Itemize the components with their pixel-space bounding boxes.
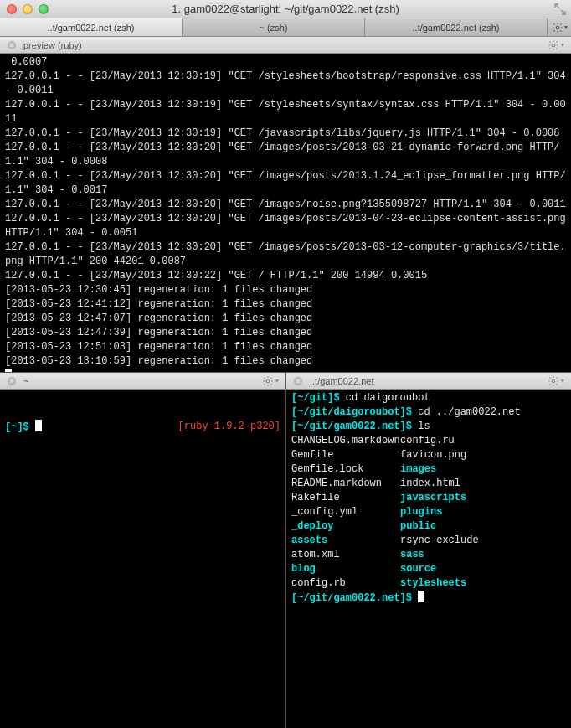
tab-bar: ..t/gam0022.net (zsh) ~ (zsh) ..t/gam002… [0, 18, 571, 37]
tab-2[interactable]: ..t/gam0022.net (zsh) [365, 18, 548, 36]
tab-label: ~ (zsh) [260, 23, 288, 33]
window-titlebar: 1. gam0022@starlight: ~/git/gam0022.net … [0, 0, 571, 18]
pane-header-left: ~ ▾ [0, 373, 286, 390]
close-pane-icon[interactable] [293, 376, 303, 386]
tab-label: ..t/gam0022.net (zsh) [413, 23, 500, 33]
chevron-down-icon: ▾ [564, 23, 568, 31]
chevron-down-icon: ▾ [275, 377, 279, 385]
gear-icon [548, 39, 559, 51]
pane-title: ~ [23, 376, 28, 386]
tab-0[interactable]: ..t/gam0022.net (zsh) [0, 18, 183, 36]
server-log-terminal[interactable]: 0.0007 127.0.0.1 - - [23/May/2013 12:30:… [0, 54, 571, 372]
close-icon[interactable] [7, 4, 17, 14]
close-pane-icon[interactable] [7, 376, 17, 386]
right-pane: ..t/gam0022.net ▾ [~/git]$ cd daigoroubo… [286, 373, 571, 728]
pane-gear-button[interactable]: ▾ [548, 39, 564, 51]
close-pane-icon[interactable] [7, 40, 17, 50]
right-terminal[interactable]: [~/git]$ cd daigoroubot[~/git/daigoroubo… [286, 390, 571, 728]
gear-icon [262, 375, 274, 387]
pane-header-right: ..t/gam0022.net ▾ [286, 373, 571, 390]
pane-gear-button[interactable]: ▾ [548, 375, 564, 387]
left-terminal[interactable]: [~]$ [ruby-1.9.2-p320] [0, 390, 286, 728]
chevron-down-icon: ▾ [561, 41, 564, 49]
rvm-indicator: [ruby-1.9.2-p320] [178, 420, 280, 435]
cursor [35, 420, 42, 431]
svg-point-4 [266, 379, 270, 383]
gear-tab[interactable]: ▾ [548, 18, 571, 36]
minimize-icon[interactable] [23, 4, 33, 14]
chevron-down-icon: ▾ [561, 377, 564, 385]
tab-1[interactable]: ~ (zsh) [183, 18, 365, 36]
prompt: [~]$ [5, 421, 35, 433]
gear-icon [552, 22, 563, 34]
pane-header-top: preview (ruby) ▾ [0, 37, 571, 54]
pane-gear-button[interactable]: ▾ [262, 375, 279, 387]
maximize-icon[interactable] [39, 4, 49, 14]
tab-label: ..t/gam0022.net (zsh) [48, 23, 135, 33]
gear-icon [548, 375, 559, 387]
svg-point-6 [552, 379, 555, 383]
svg-point-2 [552, 44, 555, 47]
pane-title: preview (ruby) [23, 40, 82, 50]
window-title: 1. gam0022@starlight: ~/git/gam0022.net … [0, 3, 571, 15]
bottom-split: ~ ▾ [~]$ [ruby-1.9.2-p320] ..t/gam0022.n… [0, 372, 571, 728]
traffic-lights [7, 4, 49, 14]
expand-icon[interactable] [554, 3, 566, 15]
left-pane: ~ ▾ [~]$ [ruby-1.9.2-p320] [0, 373, 286, 728]
cursor [5, 369, 12, 372]
pane-title: ..t/gam0022.net [310, 376, 373, 386]
svg-point-0 [556, 26, 559, 29]
